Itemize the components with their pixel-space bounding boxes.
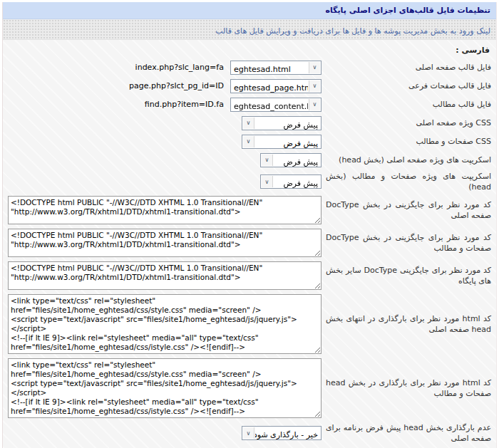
css-home-select[interactable]: پیش فرض: [242, 118, 321, 131]
param-hint: page.php?slct_pg_id=ID: [129, 81, 224, 90]
scripts-home-select-box: پیش فرض∨: [260, 153, 321, 167]
head-pages-textarea[interactable]: <link type="text/css" rel="stylesheet" h…: [8, 358, 321, 418]
file-manager-link[interactable]: لینک ورود به بخش مدیریت پوشه ها و فایل ه…: [215, 26, 490, 36]
field-label: فایل قالب صفحات فرعی: [321, 80, 491, 91]
row-template-content: فایل قالب مطالب find.php?item=ID.fa eght…: [8, 97, 491, 112]
field: <link type="text/css" rel="stylesheet" h…: [8, 358, 321, 418]
template-settings-page: تنظیمات فایل قالب‌های اجزای اصلی پایگاه …: [2, 2, 497, 448]
field: پیش فرض∨: [8, 134, 321, 149]
row-css-home: CSS ویژه صفحه اصلی پیش فرض∨: [8, 115, 491, 130]
field: <!DOCTYPE html PUBLIC "-//W3C//DTD XHTML…: [8, 196, 321, 224]
row-head-home: کد html مورد نظر برای بارگذاری در انتهای…: [8, 294, 491, 354]
row-template-pages: فایل قالب صفحات فرعی page.php?slct_pg_id…: [8, 78, 491, 93]
doctype-pages-textarea[interactable]: <!DOCTYPE html PUBLIC "-//W3C//DTD XHTML…: [8, 229, 321, 257]
row-head-pages: کد html مورد نظر برای بارگذاری در بخش he…: [8, 358, 491, 418]
page-title: تنظیمات فایل قالب‌های اجزای اصلی پایگاه: [3, 2, 496, 19]
scripts-home-select[interactable]: پیش فرض: [261, 155, 321, 168]
scripts-pages-select-box: پیش فرض∨: [260, 174, 321, 189]
field: <!DOCTYPE html PUBLIC "-//W3C//DTD XHTML…: [8, 261, 321, 290]
scripts-pages-select[interactable]: پیش فرض: [261, 177, 321, 190]
field-label: کد html مورد نظر برای بارگذاری در بخش he…: [321, 377, 491, 399]
param-hint: find.php?item=ID.fa: [145, 100, 224, 109]
skip-head-home-select-box: خیر - بارگذاری شود∨: [242, 426, 321, 440]
css-pages-select[interactable]: پیش فرض: [242, 137, 321, 150]
template-pages-select[interactable]: eghtesad_page.html: [231, 81, 321, 94]
field-label: CSS ویژه صفحه اصلی: [321, 118, 491, 128]
field-label: فایل قالب مطالب: [321, 99, 491, 110]
settings-form: فایل قالب صفحه اصلی index.php?slc_lang=f…: [3, 60, 496, 448]
field: خیر - بارگذاری شود∨: [8, 426, 321, 441]
field-label: کد مورد نظر برای جایگزینی در بخش DocType…: [321, 199, 491, 221]
doctype-home-textarea[interactable]: <!DOCTYPE html PUBLIC "-//W3C//DTD XHTML…: [8, 196, 321, 224]
param-hint: index.php?slc_lang=fa: [135, 63, 224, 72]
field-label: کد html مورد نظر برای بارگذاری در انتهای…: [321, 313, 491, 335]
field: پیش فرض∨: [8, 115, 321, 130]
template-home-select-box: eghtesad.html∨: [230, 61, 321, 75]
field: پیش فرض∨: [8, 174, 321, 189]
row-doctype-home: کد مورد نظر برای جایگزینی در بخش DocType…: [8, 196, 491, 224]
field-label: CSS صفحات و مطالب: [321, 136, 491, 147]
field: find.php?item=ID.fa eghtesad_content.htm…: [8, 97, 321, 112]
doctype-other-textarea[interactable]: <!DOCTYPE html PUBLIC "-//W3C//DTD XHTML…: [8, 261, 321, 290]
field-label: کد مورد نظر برای جایگزینی DocType سایر ب…: [321, 265, 491, 286]
row-scripts-pages: اسکریپت های ویژه صفحات و مطالب (بخش head…: [8, 171, 491, 192]
field-label: اسکریپت های ویژه صفحات و مطالب (بخش head…: [321, 171, 491, 192]
row-css-pages: CSS صفحات و مطالب پیش فرض∨: [8, 134, 491, 149]
field-label: فایل قالب صفحه اصلی: [321, 62, 491, 73]
field: پیش فرض∨: [8, 152, 321, 167]
row-scripts-home: اسکریپت های ویژه صفحه اصلی (بخش head) پی…: [8, 152, 491, 167]
css-pages-select-box: پیش فرض∨: [242, 135, 321, 149]
row-template-home: فایل قالب صفحه اصلی index.php?slc_lang=f…: [8, 60, 491, 75]
linkbar: لینک ورود به بخش مدیریت پوشه ها و فایل ه…: [3, 19, 496, 40]
row-doctype-other: کد مورد نظر برای جایگزینی DocType سایر ب…: [8, 261, 491, 290]
field: <link type="text/css" rel="stylesheet" h…: [8, 294, 321, 354]
css-home-select-box: پیش فرض∨: [242, 116, 321, 130]
field-label: اسکریپت های ویژه صفحه اصلی (بخش head): [321, 155, 491, 165]
skip-head-home-select[interactable]: خیر - بارگذاری شود: [242, 429, 321, 442]
field-label: کد مورد نظر برای جایگزینی در بخش DocType…: [321, 232, 491, 254]
row-doctype-pages: کد مورد نظر برای جایگزینی در بخش DocType…: [8, 229, 491, 257]
field: index.php?slc_lang=fa eghtesad.html∨: [8, 60, 321, 75]
language-section-label: فارسی :: [3, 40, 496, 60]
field: <!DOCTYPE html PUBLIC "-//W3C//DTD XHTML…: [8, 229, 321, 257]
template-pages-select-box: eghtesad_page.html∨: [230, 79, 321, 93]
field: page.php?slct_pg_id=ID eghtesad_page.htm…: [8, 78, 321, 93]
template-content-select[interactable]: eghtesad_content.html: [231, 100, 321, 113]
head-home-textarea[interactable]: <link type="text/css" rel="stylesheet" h…: [8, 294, 321, 354]
field-label: عدم بارگذاری بخش head پیش فرض برنامه برا…: [321, 422, 491, 444]
row-skip-head-home: عدم بارگذاری بخش head پیش فرض برنامه برا…: [8, 422, 491, 444]
template-home-select[interactable]: eghtesad.html: [231, 63, 321, 75]
template-content-select-box: eghtesad_content.html∨: [230, 98, 321, 112]
